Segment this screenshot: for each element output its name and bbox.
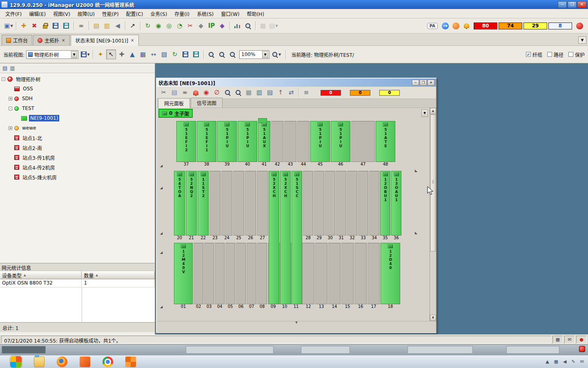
ip-view-icon[interactable]: IP <box>207 21 216 31</box>
slot-07-empty[interactable] <box>247 243 256 304</box>
media-app-icon[interactable] <box>80 357 90 367</box>
view-select[interactable]: 物理拓扑树 ▼ <box>26 50 78 59</box>
flow-icon[interactable]: ⇄ <box>286 88 296 98</box>
report-up-icon[interactable]: ↑ <box>276 88 285 98</box>
notify-icon[interactable] <box>451 21 461 31</box>
guard-icon[interactable]: ◆ <box>217 21 227 31</box>
slot-27-empty[interactable] <box>257 171 268 236</box>
tray-message-icon[interactable]: ✉ <box>580 359 584 364</box>
tree-root-physical-topology[interactable]: -物理拓扑树 <box>0 74 155 84</box>
inner-maximize-button[interactable]: ❐ <box>420 80 427 85</box>
maximize-button[interactable]: ❐ <box>568 1 577 8</box>
clock-view-icon[interactable]: ◔ <box>175 21 185 31</box>
zoom-in-icon[interactable] <box>217 49 227 59</box>
slot-17-empty[interactable] <box>368 243 380 304</box>
board-51piu[interactable]: 51PIU <box>310 121 330 162</box>
close-tab-icon[interactable]: × <box>130 38 134 43</box>
slot-23-empty[interactable] <box>209 171 220 236</box>
chevron-down-icon[interactable]: ▼ <box>262 51 268 58</box>
tree-item-site5[interactable]: 站点5-烽火机房 <box>0 172 155 182</box>
trail-view-icon[interactable]: ◎ <box>164 21 174 31</box>
slot-24-empty[interactable] <box>221 171 232 236</box>
refresh-icon[interactable]: ↻ <box>170 49 180 59</box>
settings-icon[interactable]: ≡ <box>301 88 311 98</box>
inner-window-titlebar[interactable]: 状态未知 [NE(9-1001)] ─ ❐ ✕ <box>157 79 436 87</box>
major-alarm-chip[interactable]: 0 <box>350 90 370 96</box>
slot-29-empty[interactable] <box>314 171 324 236</box>
menu-item-10[interactable]: 窗口(W) <box>217 9 243 18</box>
menu-item-2[interactable]: 编辑(E) <box>25 9 49 18</box>
delete-icon[interactable]: ✖ <box>29 21 39 31</box>
stats-column-header-2[interactable]: 数量▲ <box>82 271 155 279</box>
board-51piu[interactable]: 51PIU <box>331 121 350 162</box>
layout-icon[interactable]: ▧ <box>159 49 169 59</box>
menu-item-11[interactable]: 帮助(H) <box>243 9 267 18</box>
slot-47-empty[interactable] <box>351 121 375 162</box>
minor-alarm-chip[interactable]: 0 <box>379 90 400 96</box>
menu-item-8[interactable]: 存量(I) <box>171 9 193 18</box>
menu-item-5[interactable]: 性能(P) <box>98 9 122 18</box>
auto-discovery-icon[interactable]: ↻ <box>143 21 153 31</box>
tab-workspace[interactable]: 工作台 <box>2 35 32 45</box>
scroll-down-button[interactable]: ▼ <box>430 315 436 321</box>
board-51piu[interactable]: 51PIU <box>238 121 257 162</box>
tree-item-oss[interactable]: OSS <box>0 84 155 94</box>
critical-alarm-count[interactable]: 80 <box>474 22 497 29</box>
slot-33-empty[interactable] <box>358 171 368 236</box>
protection-view-icon[interactable]: ◉ <box>154 21 163 31</box>
menu-item-4[interactable]: 故障(U) <box>74 9 98 18</box>
scrollbar-track[interactable] <box>430 252 436 315</box>
alarm-browse-icon[interactable] <box>243 21 253 31</box>
subrack-dropdown-button[interactable]: ▼ <box>421 110 428 117</box>
table-view-icon[interactable]: ▦ <box>138 49 148 59</box>
zoom-select[interactable]: 100% ▼ <box>239 50 270 59</box>
fit-view-icon[interactable]: ↔ <box>149 49 158 59</box>
save-view-icon[interactable]: ▼ <box>80 49 90 59</box>
slot-12-empty[interactable] <box>302 243 314 304</box>
scroll-up-button[interactable]: ▲ <box>430 108 436 114</box>
zoom-area-icon[interactable] <box>227 49 237 59</box>
tray-volume-icon[interactable]: ◀ <box>563 359 566 364</box>
new-topology-icon[interactable]: ▤ <box>91 21 101 31</box>
slot-13-empty[interactable] <box>315 243 327 304</box>
board-52xch[interactable]: 52XCH <box>280 171 291 304</box>
cut-icon[interactable]: ✂ <box>159 88 169 98</box>
firefox-icon[interactable] <box>57 357 67 367</box>
close-button[interactable]: ✕ <box>577 1 586 8</box>
tree-item-site4[interactable]: 站点4-传2机房 <box>0 162 155 172</box>
find-icon[interactable]: ∞ <box>180 88 190 98</box>
zoom-out-icon[interactable] <box>206 49 216 59</box>
fiber-checkbox[interactable]: ✔纤缆 <box>526 51 542 58</box>
expand-all-icon[interactable]: ▤ <box>2 65 7 71</box>
tree-item-site3[interactable]: 站点3-传1机房 <box>0 153 155 162</box>
menu-item-1[interactable]: 文件(F) <box>2 9 25 18</box>
tree-item-site2[interactable]: 站点2-南 <box>0 143 155 153</box>
binoculars-icon[interactable]: ∞ <box>76 21 86 31</box>
close-tab-icon[interactable]: × <box>61 38 65 43</box>
protection-checkbox[interactable]: 保护 <box>568 51 585 58</box>
board-51aux[interactable]: 51AUX <box>258 121 270 162</box>
clipboard-icon[interactable]: ▤ <box>169 88 179 98</box>
board-12d40[interactable]: 12D40 <box>381 243 400 304</box>
board-54toa[interactable]: 54TOA <box>174 171 185 236</box>
board-12obu1[interactable]: 12OBU1 <box>380 171 390 236</box>
slot-34-empty[interactable] <box>369 171 379 236</box>
slot-26-empty[interactable] <box>245 171 256 236</box>
scrollbar-thumb[interactable] <box>430 114 436 251</box>
slot-16-empty[interactable] <box>354 243 367 304</box>
splitter-handle-icon[interactable]: ▼ <box>295 321 297 324</box>
alarm-mask-icon[interactable]: ∅ <box>212 88 222 98</box>
slot-06-empty[interactable] <box>236 243 246 304</box>
jump-icon[interactable]: ↗ <box>128 21 138 31</box>
slot-25-empty[interactable] <box>233 171 244 236</box>
slot-30-empty[interactable] <box>325 171 335 236</box>
chrome-icon[interactable] <box>102 357 113 367</box>
pan-icon[interactable]: ✚ <box>117 49 127 59</box>
critical-alarm-chip[interactable]: 0 <box>321 90 341 96</box>
slot-44-empty[interactable] <box>297 121 310 162</box>
collapse-all-icon[interactable]: ▥ <box>10 65 15 71</box>
partial-board[interactable] <box>258 118 267 123</box>
board-51efi2[interactable]: 51EFI2 <box>176 121 196 162</box>
aggregate-icon[interactable]: ▲ <box>127 49 137 59</box>
select-icon[interactable]: ↖ <box>106 49 116 59</box>
